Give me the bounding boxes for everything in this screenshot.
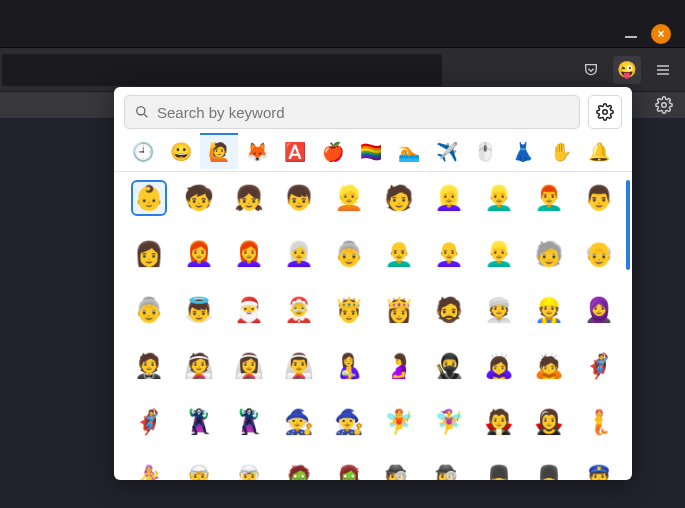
emoji-cell[interactable]: 👮 (581, 460, 617, 480)
emoji-cell[interactable]: 👷 (531, 292, 567, 328)
emoji-search-box[interactable] (124, 95, 580, 129)
emoji-cell[interactable]: 👦 (281, 180, 317, 216)
emoji-extension-button[interactable]: 😜 (613, 56, 641, 84)
emoji-cell[interactable]: 🤴 (331, 292, 367, 328)
category-tab-food[interactable]: 🍎 (314, 135, 352, 169)
emoji-search-row (114, 87, 632, 135)
emoji-cell[interactable]: 👱 (331, 180, 367, 216)
category-tab-objects[interactable]: 🖱️ (466, 135, 504, 169)
svg-point-2 (603, 110, 608, 115)
emoji-cell[interactable]: 🤱 (331, 348, 367, 384)
url-bar[interactable] (2, 54, 442, 86)
window-titlebar: × (0, 0, 685, 48)
emoji-cell[interactable]: 👶 (131, 180, 167, 216)
emoji-cell[interactable]: 👨‍🦰 (531, 180, 567, 216)
emoji-cell[interactable]: 🧜‍♀️ (131, 460, 167, 480)
emoji-cell[interactable]: 🦸‍♀️ (131, 404, 167, 440)
emoji-cell[interactable]: 👩‍🦰 (231, 236, 267, 272)
category-tab-smileys[interactable]: 😀 (162, 135, 200, 169)
emoji-cell[interactable]: 👵 (331, 236, 367, 272)
emoji-picker-popup: 🕘😀🙋🦊🅰️🍎🏳️‍🌈🏊✈️🖱️👗✋🔔 👶🧒👧👦👱🧑👱‍♀️👱‍♂️👨‍🦰👨👩👩… (114, 87, 632, 480)
emoji-cell[interactable]: 🥷 (431, 348, 467, 384)
emoji-cell[interactable]: 🕵️‍♀️ (431, 460, 467, 480)
category-tab-activity[interactable]: 🏊 (390, 135, 428, 169)
search-icon (135, 105, 149, 119)
emoji-cell[interactable]: 👩‍🦰 (181, 236, 217, 272)
emoji-cell[interactable]: 🦹‍♀️ (231, 404, 267, 440)
svg-point-0 (662, 103, 667, 108)
emoji-cell[interactable]: 👳 (481, 292, 517, 328)
emoji-cell[interactable]: 👨 (581, 180, 617, 216)
emoji-cell[interactable]: 🎅 (231, 292, 267, 328)
emoji-cell[interactable]: 🤰 (381, 348, 417, 384)
emoji-grid-scrollbar[interactable] (626, 180, 630, 270)
emoji-grid: 👶🧒👧👦👱🧑👱‍♀️👱‍♂️👨‍🦰👨👩👩‍🦰👩‍🦰👩‍🦳👵👨‍🦲👩‍🦲👱‍♂️🧓… (128, 180, 620, 480)
emoji-cell[interactable]: 👵 (131, 292, 167, 328)
emoji-cell[interactable]: 👴 (581, 236, 617, 272)
emoji-cell[interactable]: 🤵 (131, 348, 167, 384)
page-settings-icon[interactable] (655, 96, 673, 114)
emoji-cell[interactable]: 👰‍♀️ (231, 348, 267, 384)
emoji-grid-container: 👶🧒👧👦👱🧑👱‍♀️👱‍♂️👨‍🦰👨👩👩‍🦰👩‍🦰👩‍🦳👵👨‍🦲👩‍🦲👱‍♂️🧓… (114, 172, 632, 480)
svg-point-1 (137, 107, 145, 115)
category-tab-symbols[interactable]: 🔔 (580, 135, 618, 169)
emoji-cell[interactable]: 🙇 (531, 348, 567, 384)
category-tab-body[interactable]: ✋ (542, 135, 580, 169)
emoji-cell[interactable]: 👸 (381, 292, 417, 328)
gear-icon (596, 103, 614, 121)
category-tab-clothing[interactable]: 👗 (504, 135, 542, 169)
emoji-cell[interactable]: 👧 (231, 180, 267, 216)
emoji-cell[interactable]: 👰 (181, 348, 217, 384)
hamburger-menu-icon[interactable] (649, 56, 677, 84)
emoji-cell[interactable]: 👩‍🦳 (281, 236, 317, 272)
emoji-cell[interactable]: 👩 (131, 236, 167, 272)
emoji-cell[interactable]: 🧚 (381, 404, 417, 440)
emoji-cell[interactable]: 🧟‍♀️ (331, 460, 367, 480)
emoji-cell[interactable]: 🧒 (181, 180, 217, 216)
emoji-cell[interactable]: 🧔 (431, 292, 467, 328)
emoji-settings-button[interactable] (588, 95, 622, 129)
emoji-cell[interactable]: 🧝 (181, 460, 217, 480)
emoji-cell[interactable]: 🤶 (281, 292, 317, 328)
emoji-cell[interactable]: 🧛‍♀️ (531, 404, 567, 440)
emoji-cell[interactable]: 🧑 (381, 180, 417, 216)
category-tab-letters[interactable]: 🅰️ (276, 135, 314, 169)
emoji-cell[interactable]: 🙇‍♀️ (481, 348, 517, 384)
emoji-cell[interactable]: 🧙‍♀️ (331, 404, 367, 440)
emoji-cell[interactable]: 🕵️ (381, 460, 417, 480)
window-close-button[interactable]: × (651, 24, 671, 44)
emoji-cell[interactable]: 🧜 (581, 404, 617, 440)
browser-toolbar: 😜 (0, 48, 685, 92)
window-controls: × (625, 24, 671, 44)
pocket-icon[interactable] (577, 56, 605, 84)
category-tab-travel[interactable]: ✈️ (428, 135, 466, 169)
emoji-cell[interactable]: 🧚‍♀️ (431, 404, 467, 440)
emoji-cell[interactable]: 🧕 (581, 292, 617, 328)
emoji-cell[interactable]: 💂 (481, 460, 517, 480)
emoji-cell[interactable]: 👨‍🦲 (381, 236, 417, 272)
toolbar-actions: 😜 (577, 56, 685, 84)
category-tab-flags[interactable]: 🏳️‍🌈 (352, 135, 390, 169)
category-tab-animals[interactable]: 🦊 (238, 135, 276, 169)
emoji-cell[interactable]: 🧝‍♀️ (231, 460, 267, 480)
emoji-cell[interactable]: 🧙 (281, 404, 317, 440)
emoji-cell[interactable]: 🧟 (281, 460, 317, 480)
emoji-cell[interactable]: 👼 (181, 292, 217, 328)
emoji-cell[interactable]: 💂‍♀️ (531, 460, 567, 480)
emoji-cell[interactable]: 👱‍♀️ (431, 180, 467, 216)
emoji-cell[interactable]: 👱‍♂️ (481, 236, 517, 272)
emoji-search-input[interactable] (157, 104, 569, 121)
emoji-cell[interactable]: 🦸 (581, 348, 617, 384)
emoji-cell[interactable]: 🧛 (481, 404, 517, 440)
category-tab-recent[interactable]: 🕘 (124, 135, 162, 169)
emoji-cell[interactable]: 🦹 (181, 404, 217, 440)
emoji-cell[interactable]: 👰‍♂️ (281, 348, 317, 384)
emoji-cell[interactable]: 👱‍♂️ (481, 180, 517, 216)
window-minimize-button[interactable] (625, 36, 637, 38)
emoji-cell[interactable]: 👩‍🦲 (431, 236, 467, 272)
category-tab-people[interactable]: 🙋 (200, 135, 238, 169)
emoji-category-tabs: 🕘😀🙋🦊🅰️🍎🏳️‍🌈🏊✈️🖱️👗✋🔔 (114, 135, 632, 172)
emoji-cell[interactable]: 🧓 (531, 236, 567, 272)
